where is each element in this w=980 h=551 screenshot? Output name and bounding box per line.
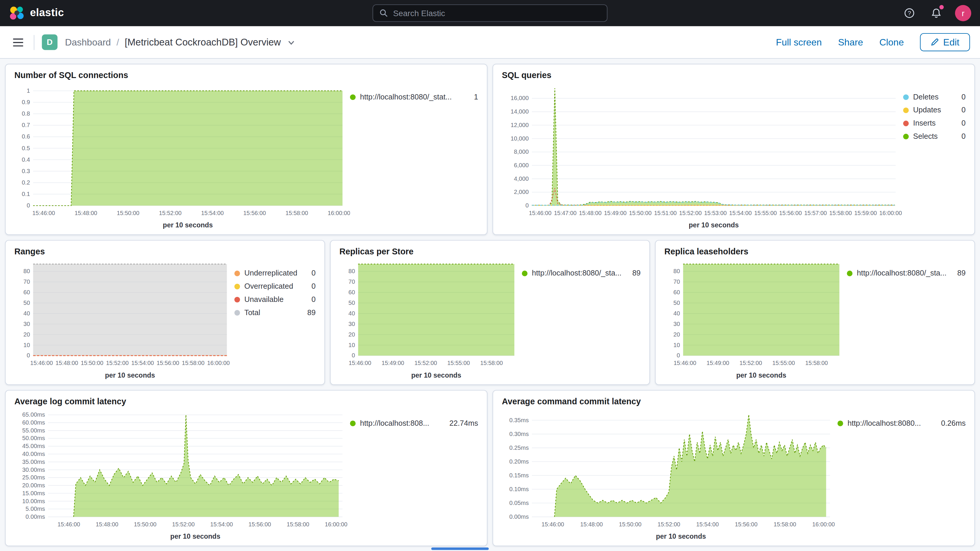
svg-text:70: 70 [348, 279, 355, 285]
svg-text:15:46:00: 15:46:00 [32, 210, 55, 216]
svg-text:15:58:00: 15:58:00 [182, 360, 205, 366]
menu-toggle-button[interactable] [10, 35, 26, 49]
series-color-dot [350, 420, 356, 426]
pencil-icon [931, 38, 939, 46]
svg-text:15:48:00: 15:48:00 [579, 210, 601, 216]
chart-sql-connections[interactable]: 00.10.20.30.40.50.60.70.80.9115:46:0015:… [14, 81, 350, 232]
breadcrumb-dashboard-link[interactable]: Dashboard [65, 37, 111, 48]
page-title: [Metricbeat CockroachDB] Overview [125, 37, 281, 48]
svg-text:70: 70 [24, 279, 30, 285]
chart-command-commit-latency[interactable]: 0.00ms0.05ms0.10ms0.15ms0.20ms0.25ms0.30… [502, 408, 837, 543]
panel-number-of-sql-connections: Number of SQL connections 00.10.20.30.40… [5, 64, 487, 235]
series-color-dot [234, 271, 240, 276]
header-divider [34, 35, 34, 49]
legend-item[interactable]: http://localhost:8080/_stat... 1 [350, 93, 478, 102]
full-screen-button[interactable]: Full screen [776, 37, 822, 48]
legend-item[interactable]: Inserts 0 [903, 119, 966, 127]
elastic-home-link[interactable]: elastic [9, 5, 64, 21]
svg-text:0.2: 0.2 [22, 179, 30, 186]
share-button[interactable]: Share [838, 37, 863, 48]
header-actions: Full screen Share Clone Edit [776, 33, 970, 51]
svg-text:15:58:00: 15:58:00 [773, 521, 796, 527]
svg-text:80: 80 [673, 268, 680, 275]
svg-text:0.00ms: 0.00ms [509, 513, 529, 520]
svg-text:15:55:00: 15:55:00 [754, 210, 777, 216]
svg-text:8,000: 8,000 [514, 149, 529, 155]
clone-button[interactable]: Clone [879, 37, 904, 48]
svg-text:15:56:00: 15:56:00 [243, 210, 266, 216]
series-color-dot [234, 283, 240, 289]
chevron-down-icon[interactable] [288, 38, 296, 46]
chart-sql-queries[interactable]: 02,0004,0006,0008,00010,00012,00014,0001… [502, 81, 903, 232]
svg-text:16:00:00: 16:00:00 [207, 360, 230, 366]
alerts-button[interactable] [928, 5, 944, 21]
legend-item[interactable]: Deletes 0 [903, 93, 966, 102]
legend-item[interactable]: http://localhost:8080/_sta... 89 [522, 269, 641, 277]
legend-item[interactable]: Overreplicated 0 [234, 282, 316, 291]
help-button[interactable]: ? [901, 5, 918, 21]
chart-log-commit-latency[interactable]: 0.00ms5.00ms10.00ms15.00ms20.00ms25.00ms… [14, 408, 350, 543]
chart-replica-leaseholders[interactable]: 0102030405060708015:46:0015:49:0015:52:0… [664, 258, 847, 382]
horizontal-scrollbar-thumb[interactable] [431, 548, 489, 550]
panel-title: Average command commit latency [502, 396, 966, 408]
legend-item[interactable]: http://localhost:8080/_sta... 89 [847, 269, 966, 277]
dashboard-row-3: Average log commit latency 0.00ms5.00ms1… [5, 390, 975, 546]
legend-item[interactable]: http://localhost:808... 22.74ms [350, 419, 478, 428]
legend-label: http://localhost:8080/_sta... [532, 269, 622, 277]
legend-value: 0 [305, 269, 316, 277]
svg-text:15:52:00: 15:52:00 [172, 521, 194, 527]
global-search[interactable] [372, 5, 608, 22]
legend-label: Underreplicated [244, 269, 297, 277]
brand-name: elastic [30, 7, 64, 19]
svg-text:15:46:00: 15:46:00 [529, 210, 552, 216]
legend-label: http://localhost:808... [360, 419, 429, 428]
svg-text:70: 70 [673, 279, 680, 285]
svg-text:15:56:00: 15:56:00 [735, 521, 757, 527]
panel-average-log-commit-latency: Average log commit latency 0.00ms5.00ms1… [5, 390, 487, 546]
chart-replicas-per-store[interactable]: 0102030405060708015:46:0015:49:0015:52:0… [339, 258, 522, 382]
svg-text:0.6: 0.6 [22, 134, 30, 140]
svg-text:0.00ms: 0.00ms [25, 513, 45, 520]
legend-item[interactable]: Underreplicated 0 [234, 269, 316, 277]
legend-replicas-per-store: http://localhost:8080/_sta... 89 [522, 258, 641, 382]
svg-text:15:52:00: 15:52:00 [106, 360, 129, 366]
svg-text:0.4: 0.4 [22, 156, 30, 163]
legend-item[interactable]: Unavailable 0 [234, 295, 316, 304]
svg-text:0: 0 [525, 202, 529, 209]
svg-text:20: 20 [348, 331, 355, 338]
svg-text:0.9: 0.9 [22, 99, 30, 106]
svg-text:30.00ms: 30.00ms [22, 467, 45, 473]
svg-text:0.3: 0.3 [22, 168, 30, 174]
legend-item[interactable]: Updates 0 [903, 106, 966, 115]
svg-text:15:56:00: 15:56:00 [248, 521, 271, 527]
legend-item[interactable]: http://localhost:8080... 0.26ms [837, 419, 966, 428]
panel-title: Replica leaseholders [664, 246, 966, 258]
edit-button[interactable]: Edit [920, 33, 970, 51]
svg-text:1: 1 [27, 88, 30, 94]
svg-text:20: 20 [673, 331, 680, 338]
svg-text:0.35ms: 0.35ms [509, 417, 529, 424]
svg-text:20: 20 [24, 331, 30, 338]
dashboard-app-badge: D [42, 34, 57, 50]
svg-text:15:58:00: 15:58:00 [285, 210, 308, 216]
svg-text:15:52:00: 15:52:00 [740, 360, 762, 366]
user-avatar[interactable]: r [955, 5, 971, 21]
svg-text:0: 0 [27, 202, 30, 209]
legend-item[interactable]: Total 89 [234, 308, 316, 317]
svg-text:14,000: 14,000 [511, 108, 529, 115]
legend-value: 89 [951, 269, 966, 277]
legend-item[interactable]: Selects 0 [903, 132, 966, 141]
svg-text:80: 80 [348, 268, 355, 275]
svg-text:6,000: 6,000 [514, 162, 529, 169]
svg-text:0.8: 0.8 [22, 111, 30, 117]
svg-text:0.05ms: 0.05ms [509, 500, 529, 506]
search-input[interactable] [393, 8, 601, 18]
svg-text:16:00:00: 16:00:00 [328, 210, 350, 216]
legend-label: http://localhost:8080/_sta... [857, 269, 947, 277]
series-color-dot [234, 297, 240, 302]
svg-text:15:51:00: 15:51:00 [654, 210, 677, 216]
svg-text:?: ? [908, 10, 911, 16]
chart-ranges[interactable]: 0102030405060708015:46:0015:48:0015:50:0… [14, 258, 234, 382]
svg-text:16,000: 16,000 [511, 95, 529, 102]
svg-text:65.00ms: 65.00ms [22, 412, 45, 418]
